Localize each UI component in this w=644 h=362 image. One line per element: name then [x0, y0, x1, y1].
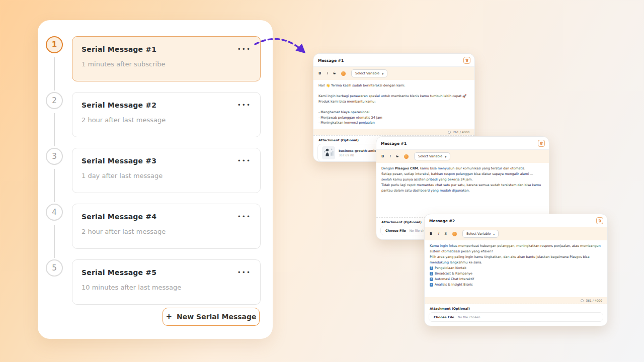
serial-message-timing: 1 minutes after subscribe — [82, 60, 251, 68]
strikethrough-button[interactable]: S — [396, 155, 398, 158]
more-options-icon[interactable]: ••• — [237, 269, 251, 276]
step-number-badge: 1 — [46, 36, 63, 53]
serial-message-timing: 2 hour after last message — [82, 116, 251, 124]
select-variable-dropdown[interactable]: Select Variable ▾ — [351, 69, 387, 77]
more-options-icon[interactable]: ••• — [237, 46, 251, 52]
delete-message-button[interactable] — [596, 217, 603, 224]
choose-file-button[interactable]: Choose File — [385, 229, 406, 232]
option-label: Broadcast & Kampanye — [435, 271, 472, 277]
bold-button[interactable]: B — [318, 72, 321, 75]
serial-message-title: Serial Message #3 — [82, 157, 156, 165]
select-variable-dropdown[interactable]: Select Variable ▾ — [414, 152, 450, 160]
serial-step-1: 1 Serial Message #1 ••• 1 minutes after … — [46, 36, 261, 81]
more-options-icon[interactable]: ••• — [237, 214, 251, 220]
serial-message-timing: 2 hour after last message — [82, 228, 251, 235]
serial-message-panel: 1 Serial Message #1 ••• 1 minutes after … — [38, 20, 273, 339]
attachment-thumbnail — [322, 146, 335, 159]
message-line: Dengan Plasgos CRM, kamu bisa menyusun a… — [381, 166, 544, 171]
select-variable-dropdown[interactable]: Select Variable ▾ — [462, 230, 499, 238]
italic-button[interactable]: I — [438, 232, 439, 236]
message-text-area[interactable]: Dengan Plasgos CRM, kamu bisa menyusun a… — [376, 163, 549, 217]
serial-message-timing: 1 day after last message — [82, 172, 251, 179]
step-number-badge: 2 — [46, 92, 63, 109]
message-line: Tidak perlu lagi repot memantau chat sat… — [381, 183, 544, 194]
serial-step-4: 4 Serial Message #4 ••• 2 hour after las… — [46, 204, 261, 249]
chevron-down-icon: ▾ — [445, 155, 446, 158]
message-text-area[interactable]: Kamu ingin fokus memperkuat hubungan pel… — [425, 240, 607, 297]
editor-title: Message #1 — [381, 141, 407, 146]
bold-button[interactable]: B — [430, 232, 432, 236]
serial-message-title: Serial Message #5 — [82, 268, 156, 277]
italic-button[interactable]: I — [327, 72, 328, 75]
character-counter: 261 / 4000 — [453, 130, 469, 134]
option-item: 4 Analisis & Insight Bisnis — [430, 282, 602, 288]
message-line: - Menghemat biaya operasional — [318, 110, 469, 115]
formatting-toolbar: B I S Select Variable ▾ — [376, 150, 549, 163]
select-variable-label: Select Variable — [466, 232, 491, 236]
step-number-badge: 4 — [46, 204, 63, 221]
chevron-down-icon: ▾ — [493, 232, 495, 236]
serial-message-card[interactable]: Serial Message #1 ••• 1 minutes after su… — [72, 36, 261, 81]
step-number-badge: 3 — [46, 148, 63, 165]
message-line: - Menjawab pelanggan otomatis 24 jam — [318, 115, 469, 121]
formatting-toolbar: B I S Select Variable ▾ — [313, 67, 474, 80]
serial-message-title: Serial Message #1 — [82, 45, 156, 53]
new-serial-message-label: New Serial Message — [177, 313, 256, 321]
delete-message-button[interactable] — [538, 140, 545, 147]
attachment-label: Attachment (Optional) — [425, 304, 607, 312]
message-text-area[interactable]: Hai! 👋 Terima kasih sudah berinteraksi d… — [313, 80, 474, 129]
keycap-3-icon: 3 — [430, 278, 433, 281]
flow-arrow — [251, 28, 316, 63]
strikethrough-button[interactable]: S — [333, 72, 335, 75]
delete-message-button[interactable] — [463, 57, 470, 64]
emoji-picker-icon[interactable] — [452, 232, 457, 236]
trash-icon — [539, 141, 543, 145]
emoji-picker-icon[interactable] — [404, 154, 409, 159]
editor-title: Message #1 — [318, 58, 344, 63]
keycap-1-icon: 1 — [430, 266, 433, 270]
serial-message-card[interactable]: Serial Message #5 ••• 10 minutes after l… — [72, 259, 261, 305]
keycap-2-icon: 2 — [430, 272, 433, 276]
step-number-badge: 5 — [46, 259, 63, 277]
strikethrough-button[interactable]: S — [444, 232, 446, 236]
chevron-down-icon: ▾ — [382, 72, 383, 75]
serial-message-card[interactable]: Serial Message #3 ••• 1 day after last m… — [72, 148, 261, 193]
file-chosen-status: No file chosen — [458, 315, 480, 319]
option-label: Pengelolaan Kontak — [435, 265, 466, 271]
option-item: 1 Pengelolaan Kontak — [430, 265, 602, 271]
message-line: Kamu ingin fokus memperkuat hubungan pel… — [430, 243, 602, 254]
emoji-counter-icon — [448, 131, 451, 134]
trash-icon — [465, 58, 469, 62]
serial-message-card[interactable]: Serial Message #4 ••• 2 hour after last … — [72, 204, 261, 249]
italic-button[interactable]: I — [389, 155, 390, 158]
option-item: 2 Broadcast & Kampanye — [430, 271, 602, 277]
select-variable-label: Select Variable — [418, 154, 442, 158]
emoji-counter-icon — [581, 299, 584, 302]
message-line: Pilih area yang paling ingin kamu tingka… — [430, 254, 602, 265]
character-counter: 361 / 4000 — [586, 299, 602, 302]
serial-message-title: Serial Message #2 — [82, 101, 156, 109]
message-editor-card-3: Message #2 B I S Select Variable ▾ Kamu … — [424, 214, 608, 326]
bold-button[interactable]: B — [381, 155, 384, 158]
message-line: Kami ingin berbagi penawaran spesial unt… — [318, 94, 469, 99]
serial-step-5: 5 Serial Message #5 ••• 10 minutes after… — [46, 259, 261, 305]
emoji-picker-icon[interactable] — [341, 71, 346, 76]
keycap-4-icon: 4 — [430, 283, 433, 287]
serial-message-steps: 1 Serial Message #1 ••• 1 minutes after … — [46, 36, 261, 305]
new-serial-message-button[interactable]: + New Serial Message — [163, 308, 260, 326]
choose-file-button[interactable]: Choose File — [434, 315, 454, 319]
serial-message-card[interactable]: Serial Message #2 ••• 2 hour after last … — [72, 92, 261, 137]
select-variable-label: Select Variable — [355, 71, 379, 75]
serial-step-2: 2 Serial Message #2 ••• 2 hour after las… — [46, 92, 261, 137]
option-label: Automasi Chat Interaktif — [435, 277, 474, 282]
file-input-row: Choose File No file chosen — [429, 312, 603, 322]
more-options-icon[interactable]: ••• — [237, 158, 251, 164]
option-item: 3 Automasi Chat Interaktif — [430, 277, 602, 282]
message-line: Setiap pesan, setiap interaksi, bahkan r… — [381, 171, 544, 183]
message-line: - Meningkatkan konversi penjualan — [318, 120, 469, 126]
message-line: Hai! 👋 Terima kasih sudah berinteraksi d… — [318, 83, 469, 88]
serial-step-3: 3 Serial Message #3 ••• 1 day after last… — [46, 148, 261, 193]
more-options-icon[interactable]: ••• — [237, 102, 251, 108]
plus-icon: + — [166, 312, 172, 321]
trash-icon — [598, 219, 602, 223]
